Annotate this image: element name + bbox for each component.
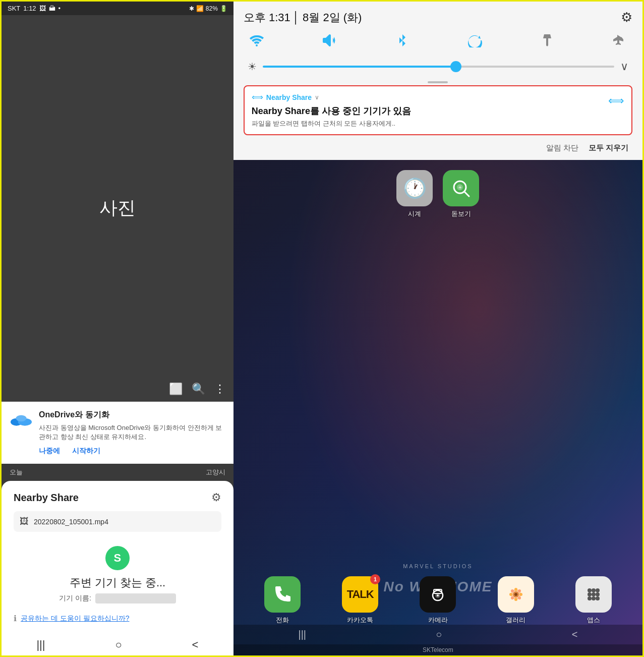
svg-point-15 bbox=[514, 598, 517, 601]
brightness-slider[interactable] bbox=[263, 66, 614, 68]
home-top-apps: 🕐 시계 + 돋보기 bbox=[233, 170, 642, 218]
svg-point-14 bbox=[514, 588, 517, 591]
phone-icon-wrapper bbox=[264, 576, 301, 613]
later-button[interactable]: 나중에 bbox=[39, 447, 60, 456]
svg-line-4 bbox=[464, 192, 469, 196]
phone-app[interactable]: 전화 bbox=[264, 576, 301, 625]
flashlight-toggle[interactable] bbox=[540, 33, 554, 51]
device-name-label: 기기 이름: bbox=[59, 594, 91, 603]
location-label: 고양시 bbox=[206, 468, 225, 477]
status-bar: SKT 1:12 🖼 🏔 • ✱ 📶 82% 🔋 bbox=[2, 2, 233, 15]
device-name-row: 기기 이름: bbox=[59, 593, 176, 604]
svg-point-19 bbox=[518, 589, 521, 592]
svg-point-27 bbox=[596, 592, 600, 596]
svg-point-16 bbox=[509, 593, 512, 596]
search-icon[interactable]: 🔍 bbox=[192, 382, 205, 396]
svg-point-13 bbox=[514, 593, 517, 596]
sheet-gear-icon[interactable]: ⚙ bbox=[211, 491, 221, 504]
notif-time-row: 오후 1:31 │ 8월 2일 (화) ⚙ bbox=[244, 10, 632, 25]
clock-app-label: 시계 bbox=[408, 209, 421, 218]
nearby-notif-header: ⟺ Nearby Share ∨ bbox=[252, 92, 602, 102]
gallery-app-icon bbox=[498, 576, 534, 613]
magnify-app-label: 돋보기 bbox=[451, 209, 471, 218]
kakao-icon-wrapper: TALK 1 bbox=[342, 576, 378, 613]
help-row: ℹ 공유하는 데 도움이 필요하십니까? bbox=[14, 607, 221, 625]
wifi-toggle[interactable] bbox=[249, 33, 265, 51]
kakao-app[interactable]: TALK 1 카카오톡 bbox=[342, 576, 378, 625]
camera-app[interactable]: 카메라 bbox=[420, 576, 456, 625]
back-nav-button[interactable]: < bbox=[192, 638, 199, 651]
sheet-header: Nearby Share ⚙ bbox=[14, 491, 221, 504]
apps-drawer[interactable]: 앱스 bbox=[575, 576, 612, 625]
expand-icon[interactable]: ∨ bbox=[620, 60, 628, 73]
home-back-button[interactable]: < bbox=[572, 629, 578, 640]
svg-point-26 bbox=[592, 592, 596, 596]
home-nav-bar: ||| ○ < bbox=[233, 625, 642, 644]
svg-point-23 bbox=[592, 588, 596, 592]
more-icon[interactable]: ⋮ bbox=[214, 382, 225, 396]
gallery-app-label: 갤러리 bbox=[506, 616, 525, 625]
image-icon: 🏔 bbox=[49, 5, 55, 12]
rotation-toggle[interactable] bbox=[466, 33, 483, 51]
home-home-button[interactable]: ○ bbox=[436, 629, 442, 640]
date-separator: │ bbox=[292, 11, 303, 24]
bluetooth-toggle[interactable] bbox=[395, 33, 409, 51]
file-row: 🖼 20220802_105001.mp4 bbox=[14, 511, 221, 532]
clear-all-button[interactable]: 모두 지우기 bbox=[589, 143, 628, 153]
onedrive-banner: OneDrive와 동기화 사진과 동영상을 Microsoft OneDriv… bbox=[2, 402, 233, 464]
nearby-notif-title: Nearby Share를 사용 중인 기기가 있음 bbox=[252, 105, 602, 117]
dock-icons-row: 전화 TALK 1 카카오톡 bbox=[233, 571, 642, 625]
kakao-app-icon: TALK 1 bbox=[342, 576, 378, 613]
notification-shade: 오후 1:31 │ 8월 2일 (화) ⚙ bbox=[233, 2, 642, 160]
sheet-title: Nearby Share bbox=[14, 492, 79, 504]
home-nav-button[interactable]: ○ bbox=[115, 638, 122, 651]
camera-app-label: 카메라 bbox=[428, 616, 448, 625]
airplane-toggle[interactable] bbox=[611, 33, 627, 51]
brightness-row: ☀ ∨ bbox=[244, 60, 632, 73]
recent-nav-button[interactable]: ||| bbox=[36, 638, 45, 651]
drag-line bbox=[428, 81, 448, 83]
nearby-share-icon: ⟺ bbox=[252, 92, 263, 102]
onedrive-desc: 사진과 동영상을 Microsoft OneDrive와 동기화하여 안전하게 … bbox=[39, 423, 224, 442]
gallery-title: 사진 bbox=[99, 196, 136, 221]
svg-point-29 bbox=[592, 596, 596, 600]
help-link[interactable]: 공유하는 데 도움이 필요하십니까? bbox=[21, 614, 129, 623]
block-all-button[interactable]: 알림 차단 bbox=[546, 143, 578, 153]
apps-drawer-label: 앱스 bbox=[587, 616, 600, 625]
svg-point-18 bbox=[511, 589, 514, 592]
battery-label: 82% bbox=[206, 5, 218, 12]
dot-icon: • bbox=[58, 5, 61, 12]
volume-toggle[interactable] bbox=[322, 33, 338, 51]
svg-point-28 bbox=[588, 596, 592, 600]
camera-app-icon bbox=[420, 576, 456, 613]
drag-handle bbox=[244, 78, 632, 85]
kakao-badge: 1 bbox=[370, 574, 380, 584]
magnify-app[interactable]: + 돋보기 bbox=[443, 170, 479, 218]
svg-text:+: + bbox=[458, 184, 461, 190]
date-label: 8월 2일 (화) bbox=[303, 11, 362, 24]
apps-icon bbox=[575, 576, 612, 613]
svg-point-25 bbox=[588, 592, 592, 596]
home-dock: MARVEL STUDIOS 전화 bbox=[233, 563, 642, 655]
clock-app[interactable]: 🕐 시계 bbox=[396, 170, 433, 218]
notif-chevron-icon: ∨ bbox=[315, 94, 319, 101]
nearby-notif-content: ⟺ Nearby Share ∨ Nearby Share를 사용 중인 기기가… bbox=[252, 92, 602, 128]
settings-icon[interactable]: ⚙ bbox=[621, 10, 632, 25]
notif-action-bar: 알림 차단 모두 지우기 bbox=[244, 141, 632, 160]
phone-app-icon bbox=[264, 576, 301, 613]
nearby-notif-action-icon[interactable]: ⟺ bbox=[608, 92, 624, 107]
home-recent-button[interactable]: ||| bbox=[298, 629, 306, 640]
svg-point-2 bbox=[16, 415, 27, 421]
carrier-label: SKT bbox=[8, 5, 20, 12]
nearby-share-notification[interactable]: ⟺ Nearby Share ∨ Nearby Share를 사용 중인 기기가… bbox=[244, 85, 632, 135]
battery-icon: 🔋 bbox=[220, 5, 227, 12]
gallery-toolbar: ⬜ 🔍 ⋮ bbox=[169, 382, 225, 396]
file-icon: 🖼 bbox=[20, 516, 29, 527]
bluetooth-icon: ✱ bbox=[189, 5, 194, 12]
start-button[interactable]: 시작하기 bbox=[72, 447, 100, 456]
brightness-thumb bbox=[450, 61, 461, 72]
select-icon[interactable]: ⬜ bbox=[169, 382, 183, 396]
home-screen: 🕐 시계 + 돋보기 No Way HOME MARVEL STUDIOS bbox=[233, 160, 642, 655]
gallery-app[interactable]: 갤러리 bbox=[498, 576, 534, 625]
svg-point-24 bbox=[596, 588, 600, 592]
